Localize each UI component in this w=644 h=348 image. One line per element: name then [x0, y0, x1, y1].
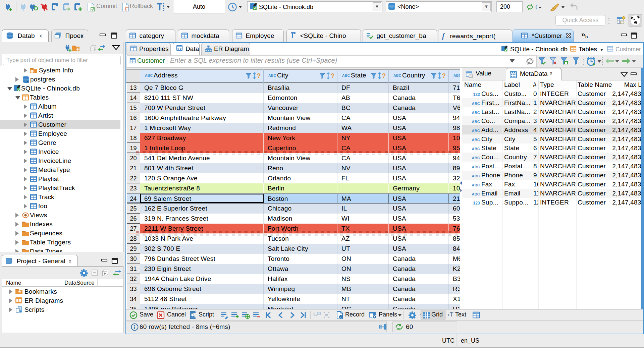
svg-text:i: i: [32, 70, 33, 73]
